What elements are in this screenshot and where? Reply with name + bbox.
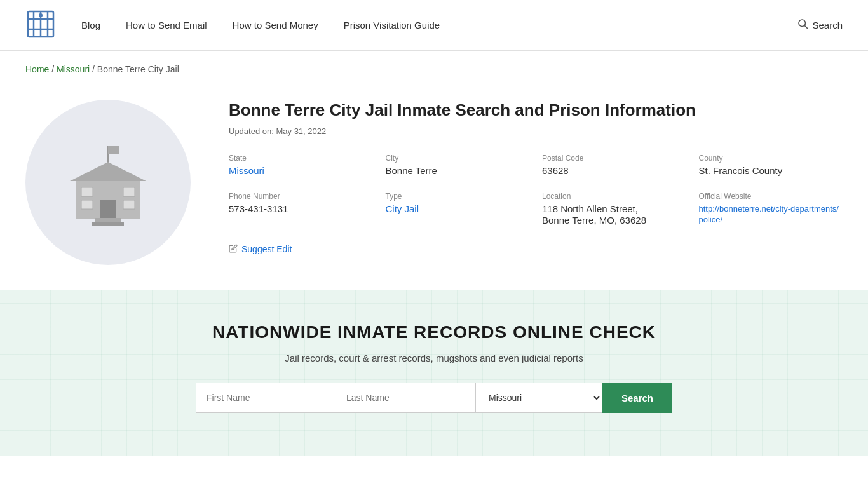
city-label: City <box>386 154 530 163</box>
suggest-edit-link[interactable]: Suggest Edit <box>229 244 843 255</box>
phone-label: Phone Number <box>229 192 373 201</box>
bottom-section: NATIONWIDE INMATE RECORDS ONLINE CHECK J… <box>0 290 868 456</box>
website-cell: Official Website http://bonneterre.net/c… <box>699 192 843 226</box>
location-value2: Bonne Terre, MO, 63628 <box>542 215 646 226</box>
breadcrumb-current: Bonne Terre City Jail <box>97 64 179 74</box>
building-icon <box>57 137 159 228</box>
pencil-icon <box>229 244 238 255</box>
breadcrumb: Home / Missouri / Bonne Terre City Jail <box>0 51 868 87</box>
svg-rect-17 <box>123 200 135 209</box>
county-value: St. Francois County <box>699 165 783 176</box>
type-cell: Type City Jail <box>386 192 530 226</box>
svg-marker-12 <box>70 162 146 181</box>
type-value[interactable]: City Jail <box>386 203 419 214</box>
info-section: Bonne Terre City Jail Inmate Search and … <box>229 100 843 255</box>
header-search[interactable]: Search <box>797 18 843 32</box>
site-logo[interactable] <box>25 9 56 42</box>
svg-rect-14 <box>81 187 93 196</box>
type-label: Type <box>386 192 530 201</box>
breadcrumb-sep2: / <box>92 64 97 74</box>
inmate-search-form: AlabamaAlaskaArizonaArkansasCaliforniaCo… <box>180 383 688 413</box>
svg-point-6 <box>39 13 43 17</box>
main-nav: Blog How to Send Email How to Send Money… <box>81 20 797 30</box>
svg-line-8 <box>805 25 808 28</box>
svg-rect-19 <box>92 222 124 226</box>
state-select[interactable]: AlabamaAlaskaArizonaArkansasCaliforniaCo… <box>475 383 602 413</box>
city-cell: City Bonne Terre <box>386 154 530 177</box>
nav-visitation[interactable]: Prison Visitation Guide <box>344 20 440 30</box>
website-value[interactable]: http://bonneterre.net/city-departments/p… <box>699 204 839 224</box>
county-label: County <box>699 154 843 163</box>
bottom-title: NATIONWIDE INMATE RECORDS ONLINE CHECK <box>25 322 843 342</box>
nav-send-money[interactable]: How to Send Money <box>233 20 318 30</box>
state-cell: State Missouri <box>229 154 373 177</box>
svg-rect-18 <box>95 218 121 222</box>
state-label: State <box>229 154 373 163</box>
suggest-edit-label: Suggest Edit <box>241 244 292 254</box>
nav-blog[interactable]: Blog <box>81 20 100 30</box>
phone-value: 573-431-3131 <box>229 203 288 214</box>
location-value: 118 North Allen Street, <box>542 203 638 214</box>
svg-rect-13 <box>100 200 116 219</box>
breadcrumb-state[interactable]: Missouri <box>57 64 90 74</box>
postal-code-label: Postal Code <box>542 154 686 163</box>
breadcrumb-home[interactable]: Home <box>25 64 49 74</box>
header-search-label: Search <box>812 20 843 30</box>
main-content: Bonne Terre City Jail Inmate Search and … <box>0 87 868 290</box>
last-name-input[interactable] <box>336 383 475 413</box>
state-value[interactable]: Missouri <box>229 165 264 176</box>
updated-date: Updated on: May 31, 2022 <box>229 126 843 136</box>
county-cell: County St. Francois County <box>699 154 843 177</box>
info-grid: State Missouri City Bonne Terre Postal C… <box>229 154 843 226</box>
first-name-input[interactable] <box>196 383 336 413</box>
svg-rect-15 <box>81 200 93 209</box>
page-title: Bonne Terre City Jail Inmate Search and … <box>229 100 843 121</box>
facility-image <box>25 100 191 265</box>
location-label: Location <box>542 192 686 201</box>
nav-send-email[interactable]: How to Send Email <box>126 20 207 30</box>
svg-rect-10 <box>108 146 119 154</box>
breadcrumb-sep1: / <box>51 64 57 74</box>
postal-code-value: 63628 <box>542 165 569 176</box>
site-header: Blog How to Send Email How to Send Money… <box>0 0 868 51</box>
website-label: Official Website <box>699 192 843 201</box>
phone-cell: Phone Number 573-431-3131 <box>229 192 373 226</box>
search-button[interactable]: Search <box>602 383 672 413</box>
bottom-subtitle: Jail records, court & arrest records, mu… <box>25 353 843 363</box>
postal-code-cell: Postal Code 63628 <box>542 154 686 177</box>
location-cell: Location 118 North Allen Street, Bonne T… <box>542 192 686 226</box>
city-value: Bonne Terre <box>386 165 437 176</box>
svg-rect-16 <box>123 187 135 196</box>
search-icon <box>797 18 808 32</box>
